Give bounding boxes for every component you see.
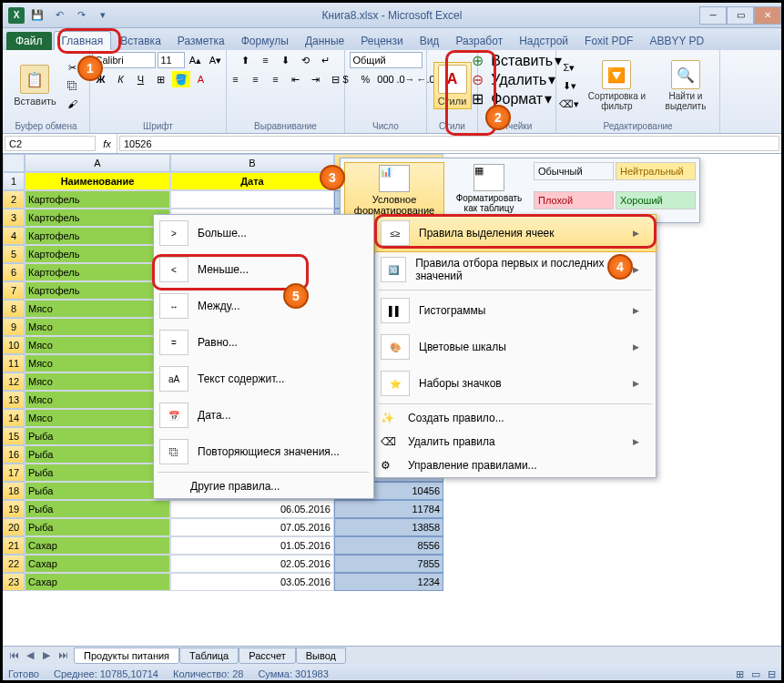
fx-button[interactable]: fx [97, 134, 117, 153]
align-right-button[interactable]: ≡ [267, 71, 285, 87]
menu-less-than[interactable]: < Меньше... [154, 251, 373, 288]
sheet-prev-button[interactable]: ◀ [23, 649, 37, 661]
cell[interactable]: Картофель [25, 281, 170, 300]
tab-data[interactable]: Данные [298, 32, 351, 50]
format-painter-button[interactable]: 🖌 [64, 96, 82, 112]
cell[interactable]: 07.05.2016 [170, 518, 334, 536]
cell[interactable]: 8556 [334, 536, 443, 555]
cell[interactable]: Сахар [25, 536, 170, 555]
row-header[interactable]: 2 [3, 190, 25, 209]
cell[interactable]: Рыба [25, 427, 170, 445]
italic-button[interactable]: К [112, 71, 130, 87]
menu-color-scales[interactable]: 🎨 Цветовые шкалы ▶ [375, 329, 656, 365]
sheet-tab[interactable]: Продукты питания [74, 647, 179, 664]
select-all-corner[interactable] [3, 154, 25, 172]
row-header[interactable]: 4 [3, 227, 25, 245]
cell[interactable]: Сахар [25, 555, 170, 573]
cell[interactable]: Картофель [25, 227, 170, 245]
tab-review[interactable]: Рецензи [353, 32, 410, 50]
sheet-next-button[interactable]: ▶ [39, 649, 54, 661]
row-header[interactable]: 8 [3, 300, 25, 318]
cell[interactable]: 02.05.2016 [170, 555, 334, 573]
view-normal-button[interactable]: ⊞ [736, 668, 744, 680]
sheet-tab[interactable]: Рассчет [239, 647, 296, 664]
row-header[interactable]: 13 [3, 391, 25, 409]
sheet-tab[interactable]: Таблица [179, 647, 239, 664]
cell[interactable]: Картофель [25, 190, 170, 209]
fill-color-button[interactable]: 🪣 [172, 71, 190, 87]
cell[interactable]: Мясо [25, 354, 170, 372]
tab-abbyy[interactable]: ABBYY PD [642, 32, 711, 50]
autosum-button[interactable]: Σ▾ [560, 59, 578, 76]
tab-formulas[interactable]: Формулы [234, 32, 296, 50]
cell[interactable]: Наименование [25, 172, 170, 190]
menu-clear-rules[interactable]: ⌫ Удалить правила ▶ [375, 430, 656, 454]
increase-indent-button[interactable]: ⇥ [307, 71, 325, 87]
currency-button[interactable]: $ [337, 71, 355, 87]
row-header[interactable]: 16 [3, 445, 25, 464]
comma-button[interactable]: 000 [377, 71, 395, 87]
conditional-formatting-button[interactable]: 📊 Условное форматирование [344, 162, 444, 219]
menu-more-rules[interactable]: Другие правила... [154, 474, 373, 498]
cell[interactable] [170, 190, 334, 209]
row-header[interactable]: 19 [3, 500, 25, 518]
cell[interactable]: Дата [170, 172, 334, 190]
format-as-table-button[interactable]: ▦ Форматировать как таблицу [448, 162, 530, 219]
cell[interactable]: Мясо [25, 300, 170, 318]
menu-highlight-rules[interactable]: ≤≥ Правила выделения ячеек ▶ [374, 214, 657, 252]
orientation-button[interactable]: ⟲ [297, 52, 315, 68]
align-center-button[interactable]: ≡ [247, 71, 265, 87]
delete-cells-button[interactable]: ⊖ Удалить▾ [472, 71, 556, 88]
tab-view[interactable]: Вид [412, 32, 447, 50]
style-good[interactable]: Хороший [616, 191, 696, 209]
row-header[interactable]: 15 [3, 427, 25, 445]
menu-greater-than[interactable]: > Больше... [154, 215, 373, 251]
menu-data-bars[interactable]: ▌▌ Гистограммы ▶ [375, 292, 656, 329]
fill-button[interactable]: ⬇▾ [560, 77, 578, 94]
formula-input[interactable]: 10526 [119, 136, 779, 151]
row-header[interactable]: 10 [3, 336, 25, 354]
col-header-b[interactable]: B [170, 154, 334, 172]
row-header[interactable]: 1 [3, 172, 25, 190]
view-layout-button[interactable]: ▭ [751, 668, 760, 680]
tab-addins[interactable]: Надстрой [512, 32, 575, 50]
view-pagebreak-button[interactable]: ⊟ [768, 668, 776, 680]
cell[interactable]: Рыба [25, 445, 170, 464]
tab-home[interactable]: Главная [54, 31, 112, 50]
clear-button[interactable]: ⌫▾ [560, 96, 578, 112]
row-header[interactable]: 9 [3, 318, 25, 336]
insert-cells-button[interactable]: ⊕ Вставить▾ [472, 52, 562, 69]
wrap-text-button[interactable]: ↵ [317, 52, 335, 68]
cell[interactable]: Рыба [25, 500, 170, 518]
number-format-combo[interactable]: Общий [350, 52, 423, 68]
cell[interactable]: Сахар [25, 573, 170, 591]
cell[interactable]: Мясо [25, 391, 170, 409]
cell[interactable]: Мясо [25, 409, 170, 427]
row-header[interactable]: 18 [3, 482, 25, 500]
align-top-button[interactable]: ⬆ [237, 52, 255, 68]
find-select-button[interactable]: 🔍 Найти и выделить [656, 58, 716, 113]
close-button[interactable]: ✕ [754, 6, 781, 25]
cell[interactable]: 11784 [334, 500, 443, 518]
cell[interactable]: Мясо [25, 318, 170, 336]
paste-button[interactable]: 📋 Вставить [10, 63, 60, 108]
style-normal[interactable]: Обычный [534, 162, 614, 180]
row-header[interactable]: 20 [3, 518, 25, 536]
row-header[interactable]: 5 [3, 245, 25, 263]
sort-filter-button[interactable]: 🔽 Сортировка и фильтр [582, 58, 652, 113]
menu-manage-rules[interactable]: ⚙ Управление правилами... [375, 454, 656, 477]
tab-insert[interactable]: Вставка [113, 32, 168, 50]
sheet-tab[interactable]: Вывод [296, 647, 346, 664]
menu-new-rule[interactable]: ✨ Создать правило... [375, 406, 656, 430]
name-box[interactable]: C2 [5, 136, 96, 151]
border-button[interactable]: ⊞ [152, 71, 170, 87]
style-bad[interactable]: Плохой [534, 191, 614, 209]
cell[interactable]: Рыба [25, 482, 170, 500]
undo-button[interactable]: ↶ [50, 6, 68, 25]
maximize-button[interactable]: ▭ [727, 6, 754, 25]
row-header[interactable]: 17 [3, 464, 25, 482]
cell[interactable]: Мясо [25, 336, 170, 354]
cell[interactable]: Картофель [25, 245, 170, 263]
menu-equal-to[interactable]: = Равно... [154, 324, 373, 361]
save-button[interactable]: 💾 [28, 6, 46, 25]
